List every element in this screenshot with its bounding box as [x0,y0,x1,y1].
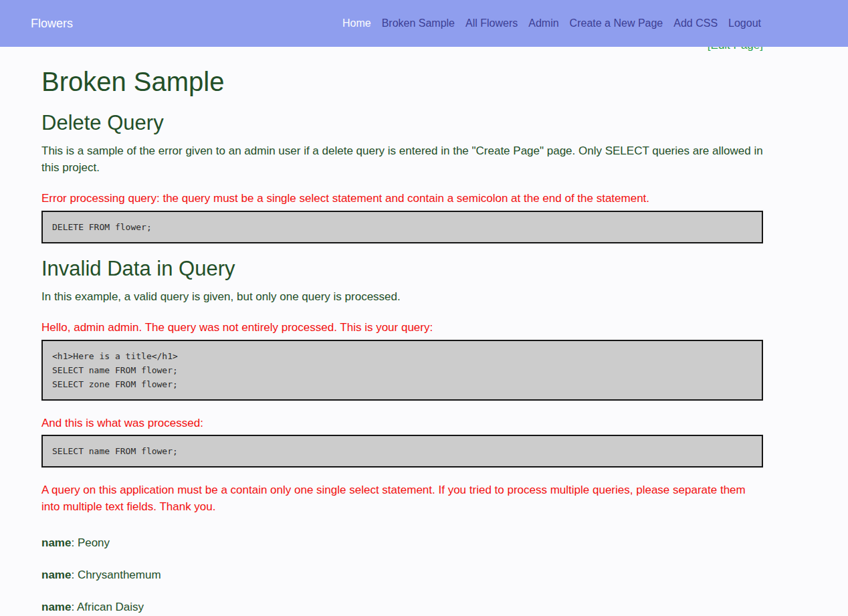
invalid-data-heading: Invalid Data in Query [41,256,763,281]
processed-query-code-block: SELECT name FROM flower; [41,435,763,468]
result-value: Chrysanthemum [78,569,161,581]
result-separator: : [71,536,77,549]
result-row: name: African Daisy [41,599,763,615]
delete-query-code-block: DELETE FROM flower; [41,211,763,243]
single-select-notice: A query on this application must be a co… [41,482,763,515]
result-field: name [41,569,71,581]
delete-query-description: This is a sample of the error given to a… [41,143,763,176]
page-title: Broken Sample [41,66,763,98]
nav-item-logout[interactable]: Logout [723,13,766,33]
result-separator: : [71,569,77,581]
nav-item-home[interactable]: Home [337,13,377,33]
invalid-data-greeting-message: Hello, admin admin. The query was not en… [41,320,763,336]
navbar-brand[interactable]: Flowers [31,17,73,31]
submitted-query-code-block: <h1>Here is a title</h1> SELECT name FRO… [41,340,763,401]
nav-item-broken-sample[interactable]: Broken Sample [377,13,460,33]
nav-item-add-css[interactable]: Add CSS [668,13,723,33]
nav-item-admin[interactable]: Admin [523,13,564,33]
processed-label-message: And this is what was processed: [41,415,763,432]
delete-query-heading: Delete Query [41,110,763,135]
result-row: name: Peony [41,535,763,551]
nav-item-all-flowers[interactable]: All Flowers [460,13,523,33]
invalid-data-description: In this example, a valid query is given,… [41,289,763,306]
result-row: name: Chrysanthemum [41,567,763,583]
top-navbar: Flowers Home Broken Sample All Flowers A… [0,0,848,47]
content-container: [Edit Page] Broken Sample Delete Query T… [41,39,763,616]
delete-query-error-message: Error processing query: the query must b… [41,191,763,207]
query-results-list: name: Peony name: Chrysanthemum name: Af… [41,535,763,616]
nav-item-create-new-page[interactable]: Create a New Page [564,13,669,33]
result-value: African Daisy [77,601,144,613]
page-body: [Edit Page] Broken Sample Delete Query T… [0,0,848,616]
invalid-data-section: Invalid Data in Query In this example, a… [41,256,763,616]
result-separator: : [71,601,77,613]
delete-query-section: Delete Query This is a sample of the err… [41,110,763,243]
result-field: name [41,536,71,549]
navbar-links: Home Broken Sample All Flowers Admin Cre… [337,13,766,33]
result-field: name [41,601,71,613]
result-value: Peony [78,536,110,549]
